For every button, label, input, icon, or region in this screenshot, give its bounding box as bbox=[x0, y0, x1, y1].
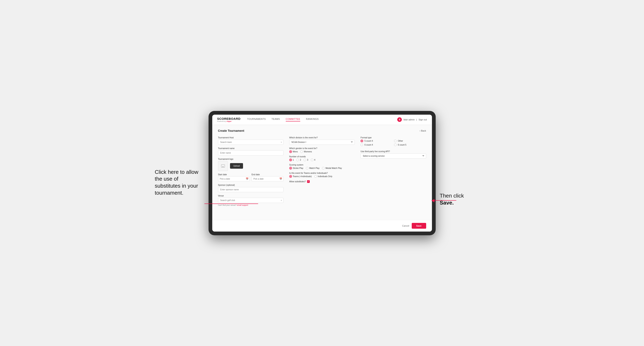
medal-match-play[interactable]: Medal Match Play bbox=[322, 167, 342, 170]
scoring-system-label: Scoring system bbox=[289, 164, 355, 166]
logo-powered-by: Powered by clippd bbox=[217, 120, 240, 122]
stroke-play-radio[interactable] bbox=[289, 167, 292, 170]
tournament-host-field: Tournament Host ▾ bbox=[218, 137, 284, 145]
round-1-radio[interactable] bbox=[289, 159, 292, 161]
format-6count4[interactable]: 6 count 4 bbox=[360, 144, 393, 146]
annotation-left: Click here to allow the use of substitut… bbox=[155, 169, 204, 196]
separator: | bbox=[416, 118, 417, 121]
format-type-field: Format type 5 count 4 Other bbox=[360, 137, 426, 146]
tournament-name-label: Tournament name bbox=[218, 147, 284, 150]
teams-radio[interactable] bbox=[289, 175, 292, 178]
search-team-input[interactable] bbox=[218, 140, 284, 145]
format-6count4-radio[interactable] bbox=[360, 144, 363, 146]
format-6count5[interactable]: 6 count 5 bbox=[394, 144, 426, 146]
username: blair admin bbox=[404, 118, 414, 121]
match-play-radio[interactable] bbox=[306, 167, 308, 170]
gender-womens[interactable]: Womens bbox=[300, 150, 312, 153]
venue-field: Venue ▾ Can't find your venue? email sup… bbox=[218, 195, 284, 206]
venue-hint: Can't find your venue? email support bbox=[218, 204, 284, 206]
scoring-api-label: Use third-party live scoring API? bbox=[360, 150, 426, 153]
sponsor-label: Sponsor (optional) bbox=[218, 184, 284, 186]
division-field: Which division is the event for? NCAA Di… bbox=[289, 137, 355, 145]
search-golf-club-input[interactable] bbox=[218, 198, 284, 203]
back-button[interactable]: ‹ Back bbox=[420, 130, 426, 132]
form-left-column: Tournament Host ▾ Tournament name Tourna bbox=[218, 137, 284, 206]
round-2[interactable]: 2 bbox=[296, 159, 301, 161]
teams-plus-individuals[interactable]: Teams (+Individuals) bbox=[289, 175, 312, 178]
sponsor-field: Sponsor (optional) bbox=[218, 184, 284, 192]
form-footer: Cancel Save bbox=[212, 220, 432, 232]
page-header: Create Tournament ‹ Back bbox=[218, 129, 426, 132]
sign-out-link[interactable]: Sign out bbox=[418, 118, 427, 121]
nav-committee[interactable]: COMMITTEE bbox=[286, 118, 300, 122]
save-button[interactable]: Save bbox=[412, 223, 426, 229]
format-other[interactable]: Other bbox=[394, 140, 426, 142]
tablet-device: SCOREBOARD Powered by clippd TOURNAMENTS… bbox=[208, 111, 436, 235]
logo-placeholder bbox=[218, 161, 228, 171]
tournament-logo-label: Tournament logo bbox=[218, 158, 284, 160]
tournament-logo-field: Tournament logo Upload bbox=[218, 158, 284, 171]
logo-scoreboard: SCOREBOARD bbox=[217, 117, 240, 120]
teams-individuals-field: Is this event for Teams and/or Individua… bbox=[289, 172, 355, 178]
format-other-radio[interactable] bbox=[394, 140, 397, 142]
round-3-radio[interactable] bbox=[304, 159, 306, 161]
avatar: B bbox=[397, 117, 402, 122]
format-6count5-radio[interactable] bbox=[394, 144, 397, 146]
calendar-icon: 📅 bbox=[246, 177, 248, 180]
main-content: Create Tournament ‹ Back Tournament Host… bbox=[212, 125, 432, 220]
start-date-input[interactable] bbox=[218, 176, 250, 181]
user-info: B blair admin | Sign out bbox=[397, 117, 427, 122]
medal-match-play-radio[interactable] bbox=[322, 167, 324, 170]
email-support-link[interactable]: email support bbox=[237, 204, 248, 206]
form-middle-column: Which division is the event for? NCAA Di… bbox=[289, 137, 355, 206]
format-options: 5 count 4 Other 6 count 4 bbox=[360, 140, 426, 146]
venue-label: Venue bbox=[218, 195, 284, 197]
gender-label: Which gender is the event for? bbox=[289, 147, 355, 150]
allow-substitutes-label: Allow substitutes? bbox=[289, 180, 306, 183]
round-2-radio[interactable] bbox=[296, 159, 299, 161]
allow-substitutes-checkbox[interactable] bbox=[307, 180, 310, 183]
match-play[interactable]: Match Play bbox=[306, 167, 320, 170]
gender-mens-radio[interactable] bbox=[289, 150, 292, 153]
nav-teams[interactable]: TEAMS bbox=[272, 118, 280, 122]
teams-individuals-label: Is this event for Teams and/or Individua… bbox=[289, 172, 355, 174]
round-1[interactable]: 1 bbox=[289, 159, 294, 161]
end-date-input[interactable] bbox=[252, 176, 284, 181]
scoring-options: Stroke Play Match Play Medal Match Play bbox=[289, 167, 355, 170]
rounds-field: Number of rounds 1 2 bbox=[289, 156, 355, 161]
venue-chevron-icon: ▾ bbox=[281, 199, 282, 201]
round-4[interactable]: 4 bbox=[311, 159, 316, 161]
upload-button[interactable]: Upload bbox=[230, 163, 243, 169]
sponsor-input[interactable] bbox=[218, 187, 284, 192]
stroke-play[interactable]: Stroke Play bbox=[289, 167, 303, 170]
format-5count4-radio[interactable] bbox=[360, 140, 363, 142]
form-grid: Tournament Host ▾ Tournament name Tourna bbox=[218, 137, 426, 206]
nav-rankings[interactable]: RANKINGS bbox=[306, 118, 318, 122]
nav-tournaments[interactable]: TOURNAMENTS bbox=[247, 118, 266, 122]
tournament-name-field: Tournament name bbox=[218, 147, 284, 156]
cancel-button[interactable]: Cancel bbox=[402, 224, 409, 227]
gender-mens[interactable]: Mens bbox=[289, 150, 298, 153]
gender-womens-radio[interactable] bbox=[300, 150, 303, 153]
teams-options: Teams (+Individuals) Individuals Only bbox=[289, 175, 355, 178]
calendar-icon-end: 📅 bbox=[279, 177, 282, 180]
round-4-radio[interactable] bbox=[311, 159, 314, 161]
division-select[interactable]: NCAA Division I bbox=[289, 140, 355, 145]
logo: SCOREBOARD Powered by clippd bbox=[217, 117, 240, 122]
individuals-only[interactable]: Individuals Only bbox=[314, 175, 332, 178]
form-right-column: Format type 5 count 4 Other bbox=[360, 137, 426, 206]
arrow-left bbox=[204, 203, 258, 204]
chevron-down-icon: ▾ bbox=[281, 141, 282, 143]
individuals-only-radio[interactable] bbox=[314, 175, 317, 178]
tablet-screen: SCOREBOARD Powered by clippd TOURNAMENTS… bbox=[212, 115, 432, 232]
format-5count4[interactable]: 5 count 4 bbox=[360, 140, 393, 142]
page-title: Create Tournament bbox=[218, 129, 244, 132]
tournament-name-input[interactable] bbox=[218, 150, 284, 156]
image-icon bbox=[221, 164, 225, 168]
round-3[interactable]: 3 bbox=[304, 159, 308, 161]
format-grid: 5 count 4 Other 6 count 4 bbox=[360, 140, 426, 146]
format-type-label: Format type bbox=[360, 137, 426, 139]
annotation-right: Then click Save. bbox=[440, 192, 481, 206]
scoring-service-select[interactable]: Select a scoring service bbox=[360, 154, 426, 159]
start-date-field: Start date 📅 bbox=[218, 173, 250, 181]
